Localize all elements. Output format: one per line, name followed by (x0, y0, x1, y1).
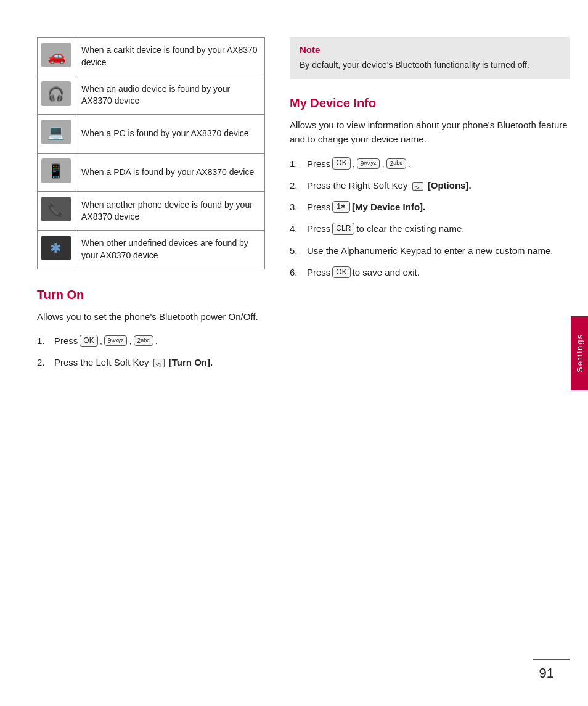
table-row: When another phone device is found by yo… (38, 192, 265, 231)
my-device-info-step-2: 2. Press the Right Soft Key ▷ [Options]. (290, 178, 570, 192)
ok-key: OK (332, 157, 350, 170)
step-content: Press the Left Soft Key ◁ [Turn On]. (54, 355, 213, 369)
icon-cell-phone (38, 192, 75, 231)
my-device-info-section: My Device Info Allows you to view inform… (290, 96, 570, 279)
icon-cell-pc (38, 115, 75, 154)
icon-cell-bluetooth (38, 230, 75, 269)
table-cell-audio: When an audio device is found by your AX… (75, 76, 265, 115)
carkit-icon (41, 43, 71, 67)
9wxyz-key: 9wxyz (104, 335, 128, 346)
bluetooth-icon (41, 236, 71, 260)
pc-icon (41, 120, 71, 144)
note-box: Note By default, your device's Bluetooth… (290, 37, 570, 79)
step-content: Use the Alphanumeric Keypad to enter a n… (307, 244, 553, 258)
turn-on-section: Turn On Allows you to set the phone's Bl… (37, 288, 265, 370)
table-row: When an audio device is found by your AX… (38, 76, 265, 115)
my-device-info-step-3: 3. Press 1 ✱ [My Device Info]. (290, 200, 570, 214)
step-num: 5. (290, 244, 304, 258)
table-row: When a PDA is found by your AX8370 devic… (38, 153, 265, 192)
2abc-key: 2abc (386, 158, 406, 169)
1-key: 1 ✱ (332, 201, 350, 213)
table-cell-carkit: When a carkit device is found by your AX… (75, 38, 265, 76)
step-content: Press OK to save and exit. (307, 265, 420, 279)
turn-on-title: Turn On (37, 288, 265, 302)
audio-icon (41, 81, 71, 106)
step-content: Press OK , 9wxyz , 2abc . (307, 157, 410, 171)
table-cell-phone: When another phone device is found by yo… (75, 192, 265, 231)
side-tab-label: Settings (575, 334, 584, 372)
left-column: When a carkit device is found by your AX… (37, 37, 265, 377)
my-device-info-step-6: 6. Press OK to save and exit. (290, 265, 570, 279)
2abc-key: 2abc (134, 335, 153, 346)
table-row: When a PC is found by your AX8370 device (38, 115, 265, 154)
right-column: Note By default, your device's Bluetooth… (290, 37, 570, 377)
table-cell-bluetooth: When other undefined devices are found b… (75, 230, 265, 269)
ok-key-2: OK (332, 266, 350, 279)
my-device-info-title: My Device Info (290, 96, 570, 110)
my-device-info-step-1: 1. Press OK , 9wxyz , 2abc . (290, 157, 570, 171)
device-icons-table: When a carkit device is found by your AX… (37, 37, 265, 269)
table-cell-pc: When a PC is found by your AX8370 device (75, 115, 265, 154)
table-row: When a carkit device is found by your AX… (38, 38, 265, 76)
my-device-info-body: Allows you to view information about you… (290, 118, 570, 147)
note-body: By default, your device's Bluetooth func… (300, 59, 560, 72)
turn-on-step-2: 2. Press the Left Soft Key ◁ [Turn On]. (37, 355, 265, 369)
note-title: Note (300, 44, 560, 55)
step-content: Press OK , 9wxyz , 2abc . (54, 334, 158, 348)
turn-on-step-1: 1. Press OK , 9wxyz , 2abc . (37, 334, 265, 348)
step-num: 1. (290, 157, 304, 171)
page-number: 91 (539, 665, 554, 681)
step-num: 6. (290, 265, 304, 279)
phone-icon (41, 197, 71, 221)
icon-cell-carkit (38, 38, 75, 76)
step-num: 4. (290, 221, 304, 236)
9wxyz-key: 9wxyz (357, 158, 380, 169)
icon-cell-pda (38, 153, 75, 192)
bottom-rule (533, 659, 570, 660)
step-num: 2. (290, 178, 304, 192)
table-cell-pda: When a PDA is found by your AX8370 devic… (75, 153, 265, 192)
settings-side-tab: Settings (571, 316, 588, 390)
table-row: When other undefined devices are found b… (38, 230, 265, 269)
icon-cell-audio (38, 76, 75, 115)
step-num: 1. (37, 334, 52, 348)
ok-key: OK (80, 335, 97, 347)
turn-on-body: Allows you to set the phone's Bluetooth … (37, 310, 265, 324)
my-device-info-step-4: 4. Press CLR to clear the existing name. (290, 221, 570, 236)
my-device-info-step-5: 5. Use the Alphanumeric Keypad to enter … (290, 244, 570, 258)
step-num: 3. (290, 200, 304, 214)
step-content: Press CLR to clear the existing name. (307, 221, 464, 236)
pda-icon (41, 158, 71, 183)
step-content: Press the Right Soft Key ▷ [Options]. (307, 178, 472, 192)
step-content: Press 1 ✱ [My Device Info]. (307, 200, 425, 214)
clr-key: CLR (332, 223, 354, 235)
step-num: 2. (37, 355, 52, 369)
